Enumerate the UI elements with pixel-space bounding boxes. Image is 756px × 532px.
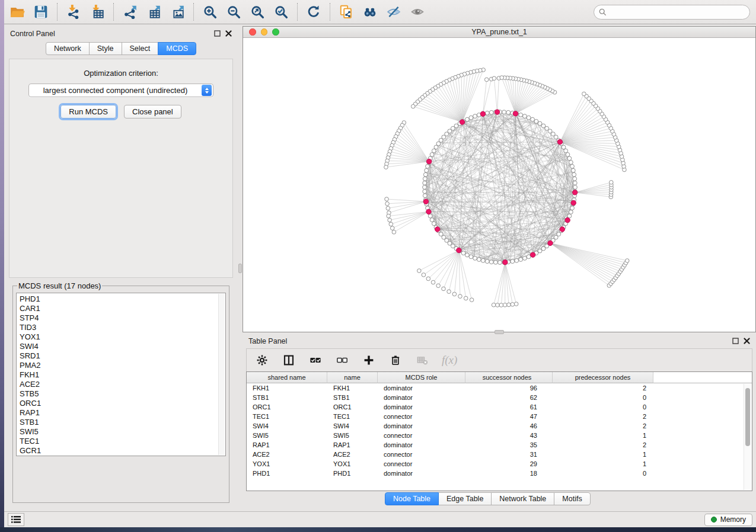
network-node[interactable] — [572, 172, 576, 177]
network-node[interactable] — [582, 92, 586, 96]
create-column-button[interactable] — [362, 353, 376, 367]
first-neighbors-button[interactable] — [358, 2, 382, 22]
mcds-node[interactable] — [571, 200, 576, 205]
splitter-grip[interactable] — [238, 264, 242, 273]
network-node[interactable] — [519, 258, 523, 262]
mcds-result-node[interactable]: ACE2 — [20, 380, 225, 389]
import-network-button[interactable] — [62, 2, 85, 22]
network-node[interactable] — [481, 258, 485, 262]
search-input[interactable] — [610, 8, 745, 16]
network-node[interactable] — [493, 260, 497, 264]
network-node[interactable] — [386, 206, 390, 210]
close-panel-icon[interactable] — [225, 30, 232, 37]
open-session-button[interactable] — [5, 2, 29, 22]
network-node[interactable] — [465, 117, 469, 121]
run-mcds-button[interactable]: Run MCDS — [60, 105, 116, 118]
tab-network[interactable]: Network — [46, 42, 90, 55]
mcds-result-node[interactable]: TID3 — [20, 323, 225, 332]
network-node[interactable] — [484, 78, 489, 82]
apply-layout-button[interactable] — [302, 2, 326, 22]
float-panel-icon[interactable] — [214, 30, 221, 37]
table-row[interactable]: PHD1PHD1dominator180 — [247, 469, 752, 478]
network-node[interactable] — [515, 258, 519, 262]
search-box[interactable] — [594, 5, 750, 20]
network-node[interactable] — [469, 255, 473, 259]
show-all-button[interactable] — [406, 2, 429, 22]
mcds-node[interactable] — [530, 252, 535, 257]
network-node[interactable] — [503, 303, 507, 307]
horizontal-splitter-grip[interactable] — [495, 330, 504, 334]
mcds-node[interactable] — [495, 110, 499, 114]
mcds-node[interactable] — [426, 209, 431, 214]
network-node[interactable] — [426, 164, 430, 168]
network-node[interactable] — [507, 303, 511, 307]
column-header-successor-nodes[interactable]: successor nodes — [465, 372, 553, 383]
mcds-node[interactable] — [426, 159, 431, 164]
network-node[interactable] — [523, 256, 527, 260]
network-node[interactable] — [511, 303, 515, 307]
network-node[interactable] — [423, 181, 427, 185]
network-node[interactable] — [489, 110, 493, 114]
network-node[interactable] — [569, 161, 573, 165]
mcds-result-node[interactable]: STP4 — [20, 313, 225, 323]
mcds-node[interactable] — [560, 227, 564, 232]
network-node[interactable] — [423, 185, 427, 190]
float-panel-icon[interactable] — [732, 338, 739, 344]
network-node[interactable] — [492, 303, 496, 307]
network-node[interactable] — [499, 303, 503, 307]
table-row[interactable]: ACE2ACE2connector311 — [247, 450, 752, 459]
network-node[interactable] — [571, 168, 575, 172]
table-row[interactable]: ORC1ORC1dominator610 — [247, 402, 752, 412]
zoom-selected-button[interactable] — [269, 2, 293, 22]
column-header-name[interactable]: name — [327, 372, 378, 383]
network-node[interactable] — [447, 290, 451, 294]
export-table-button[interactable] — [142, 2, 165, 22]
mcds-result-node[interactable]: RAP1 — [20, 408, 225, 418]
network-node[interactable] — [431, 280, 435, 284]
network-node[interactable] — [527, 116, 531, 120]
network-node[interactable] — [417, 269, 422, 273]
network-node[interactable] — [452, 292, 457, 296]
network-node[interactable] — [473, 256, 477, 260]
network-node[interactable] — [511, 259, 515, 264]
copy-network-button[interactable] — [334, 2, 358, 22]
optimization-criterion-select[interactable]: largest connected component (undirected) — [28, 84, 213, 97]
mcds-result-node[interactable]: YOX1 — [20, 332, 225, 342]
network-node[interactable] — [498, 261, 502, 265]
network-node[interactable] — [492, 76, 496, 81]
close-panel-icon[interactable] — [744, 338, 750, 344]
network-node[interactable] — [610, 180, 614, 184]
network-node[interactable] — [423, 177, 427, 181]
network-node[interactable] — [387, 214, 391, 218]
network-node[interactable] — [567, 214, 572, 218]
mcds-result-node[interactable]: SWI4 — [20, 342, 225, 351]
network-node[interactable] — [392, 230, 396, 235]
network-node[interactable] — [514, 302, 518, 306]
network-node[interactable] — [570, 164, 575, 168]
mcds-result-node[interactable]: GCR1 — [20, 446, 225, 456]
memory-button[interactable]: Memory — [704, 514, 752, 526]
result-list-scrollbar[interactable] — [218, 294, 225, 455]
network-node[interactable] — [485, 259, 489, 264]
network-node[interactable] — [567, 156, 572, 161]
network-node[interactable] — [442, 287, 446, 291]
mcds-node[interactable] — [423, 199, 428, 204]
table-row[interactable]: STB1STB1dominator620 — [247, 393, 752, 402]
network-node[interactable] — [411, 104, 415, 108]
table-row[interactable]: SWI4SWI4dominator462 — [247, 421, 752, 431]
tab-motifs[interactable]: Motifs — [554, 492, 590, 505]
network-canvas[interactable] — [243, 38, 755, 331]
zoom-in-button[interactable] — [198, 2, 222, 22]
network-node[interactable] — [523, 114, 527, 118]
table-row[interactable]: YOX1YOX1connector291 — [247, 459, 752, 469]
table-row[interactable]: FKH1FKH1dominator962 — [247, 383, 752, 393]
hide-selected-button[interactable] — [382, 2, 406, 22]
mcds-node[interactable] — [548, 241, 553, 245]
tab-edge-table[interactable]: Edge Table — [438, 492, 492, 505]
table-scrollbar[interactable] — [744, 384, 751, 490]
network-node[interactable] — [500, 76, 504, 80]
network-node[interactable] — [423, 194, 427, 198]
mcds-result-node[interactable]: PHD1 — [20, 294, 225, 304]
mcds-result-list[interactable]: PHD1CAR1STP4TID3YOX1SWI4SRD1PMA2FKH1ACE2… — [16, 293, 226, 456]
network-node[interactable] — [458, 294, 462, 299]
